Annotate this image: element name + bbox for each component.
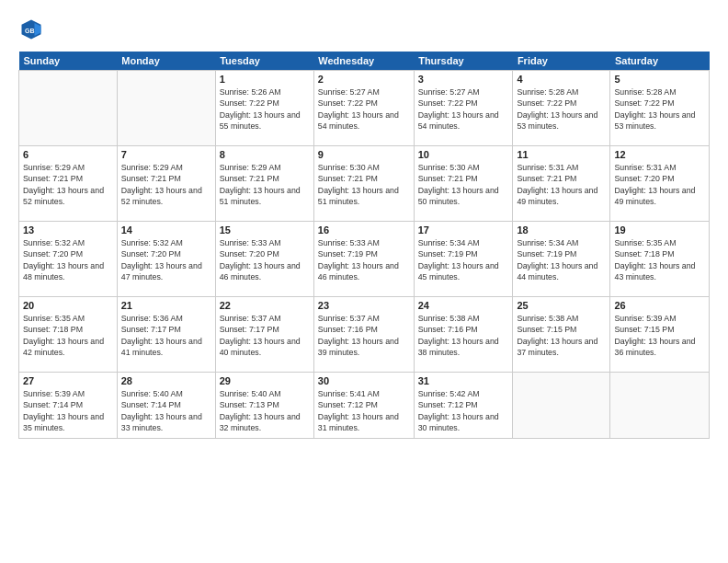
calendar-cell: 20Sunrise: 5:35 AM Sunset: 7:18 PM Dayli…: [19, 297, 118, 373]
weekday-header-tuesday: Tuesday: [215, 52, 313, 71]
day-number: 1: [220, 74, 310, 85]
calendar-cell: 16Sunrise: 5:33 AM Sunset: 7:19 PM Dayli…: [313, 222, 414, 297]
day-info: Sunrise: 5:38 AM Sunset: 7:16 PM Dayligh…: [418, 313, 509, 358]
day-number: 20: [23, 300, 113, 311]
day-info: Sunrise: 5:40 AM Sunset: 7:13 PM Dayligh…: [220, 388, 310, 433]
logo: GB: [18, 17, 48, 42]
calendar-cell: [117, 71, 215, 146]
weekday-header-monday: Monday: [117, 52, 215, 71]
calendar-cell: 29Sunrise: 5:40 AM Sunset: 7:13 PM Dayli…: [215, 373, 313, 439]
day-info: Sunrise: 5:39 AM Sunset: 7:15 PM Dayligh…: [614, 313, 705, 358]
day-number: 12: [614, 149, 705, 160]
day-number: 21: [121, 300, 211, 311]
calendar-cell: 23Sunrise: 5:37 AM Sunset: 7:16 PM Dayli…: [313, 297, 414, 373]
day-number: 2: [318, 74, 410, 85]
calendar-table: SundayMondayTuesdayWednesdayThursdayFrid…: [18, 52, 710, 439]
day-number: 9: [318, 149, 410, 160]
day-info: Sunrise: 5:32 AM Sunset: 7:20 PM Dayligh…: [23, 237, 113, 282]
day-number: 30: [318, 375, 410, 386]
day-number: 29: [220, 375, 310, 386]
day-info: Sunrise: 5:30 AM Sunset: 7:21 PM Dayligh…: [418, 162, 509, 207]
calendar-cell: [19, 71, 118, 146]
weekday-header-row: SundayMondayTuesdayWednesdayThursdayFrid…: [19, 52, 710, 71]
weekday-header-sunday: Sunday: [19, 52, 118, 71]
weekday-header-thursday: Thursday: [414, 52, 513, 71]
calendar-cell: 11Sunrise: 5:31 AM Sunset: 7:21 PM Dayli…: [513, 146, 610, 222]
day-number: 31: [418, 375, 509, 386]
weekday-header-wednesday: Wednesday: [313, 52, 414, 71]
day-number: 23: [318, 300, 410, 311]
day-number: 27: [23, 375, 113, 386]
calendar-cell: 4Sunrise: 5:28 AM Sunset: 7:22 PM Daylig…: [513, 71, 610, 146]
day-info: Sunrise: 5:28 AM Sunset: 7:22 PM Dayligh…: [517, 86, 606, 132]
calendar-cell: 1Sunrise: 5:26 AM Sunset: 7:22 PM Daylig…: [215, 71, 313, 146]
calendar-cell: 22Sunrise: 5:37 AM Sunset: 7:17 PM Dayli…: [215, 297, 313, 373]
day-number: 22: [220, 300, 310, 311]
calendar-cell: 25Sunrise: 5:38 AM Sunset: 7:15 PM Dayli…: [513, 297, 610, 373]
day-number: 4: [517, 74, 606, 85]
day-info: Sunrise: 5:26 AM Sunset: 7:22 PM Dayligh…: [220, 86, 310, 132]
day-info: Sunrise: 5:37 AM Sunset: 7:17 PM Dayligh…: [220, 313, 310, 358]
calendar-cell: 14Sunrise: 5:32 AM Sunset: 7:20 PM Dayli…: [117, 222, 215, 297]
day-number: 13: [23, 224, 113, 236]
day-number: 25: [517, 300, 606, 311]
page: GB SundayMondayTuesdayWednesdayThursdayF…: [0, 0, 728, 563]
header: GB: [18, 17, 710, 42]
calendar-week-row: 13Sunrise: 5:32 AM Sunset: 7:20 PM Dayli…: [19, 222, 710, 297]
day-info: Sunrise: 5:37 AM Sunset: 7:16 PM Dayligh…: [318, 313, 410, 358]
day-number: 14: [121, 224, 211, 236]
calendar-cell: 15Sunrise: 5:33 AM Sunset: 7:20 PM Dayli…: [215, 222, 313, 297]
day-info: Sunrise: 5:35 AM Sunset: 7:18 PM Dayligh…: [23, 313, 113, 358]
day-info: Sunrise: 5:34 AM Sunset: 7:19 PM Dayligh…: [517, 237, 606, 282]
day-info: Sunrise: 5:30 AM Sunset: 7:21 PM Dayligh…: [318, 162, 410, 207]
day-number: 17: [418, 224, 509, 236]
calendar-week-row: 20Sunrise: 5:35 AM Sunset: 7:18 PM Dayli…: [19, 297, 710, 373]
day-info: Sunrise: 5:31 AM Sunset: 7:20 PM Dayligh…: [614, 162, 705, 207]
calendar-cell: 12Sunrise: 5:31 AM Sunset: 7:20 PM Dayli…: [610, 146, 710, 222]
calendar-cell: 18Sunrise: 5:34 AM Sunset: 7:19 PM Dayli…: [513, 222, 610, 297]
day-info: Sunrise: 5:36 AM Sunset: 7:17 PM Dayligh…: [121, 313, 211, 358]
logo-icon: GB: [18, 17, 44, 42]
day-info: Sunrise: 5:32 AM Sunset: 7:20 PM Dayligh…: [121, 237, 211, 282]
day-info: Sunrise: 5:34 AM Sunset: 7:19 PM Dayligh…: [418, 237, 509, 282]
day-info: Sunrise: 5:29 AM Sunset: 7:21 PM Dayligh…: [23, 162, 113, 207]
day-number: 3: [418, 74, 509, 85]
weekday-header-friday: Friday: [513, 52, 610, 71]
day-number: 26: [614, 300, 705, 311]
day-number: 11: [517, 149, 606, 160]
day-number: 15: [220, 224, 310, 236]
calendar-cell: 5Sunrise: 5:28 AM Sunset: 7:22 PM Daylig…: [610, 71, 710, 146]
calendar-cell: 26Sunrise: 5:39 AM Sunset: 7:15 PM Dayli…: [610, 297, 710, 373]
calendar-cell: [513, 373, 610, 439]
day-info: Sunrise: 5:28 AM Sunset: 7:22 PM Dayligh…: [614, 86, 705, 132]
day-info: Sunrise: 5:41 AM Sunset: 7:12 PM Dayligh…: [318, 388, 410, 433]
day-info: Sunrise: 5:33 AM Sunset: 7:20 PM Dayligh…: [220, 237, 310, 282]
calendar-cell: 3Sunrise: 5:27 AM Sunset: 7:22 PM Daylig…: [414, 71, 513, 146]
day-number: 28: [121, 375, 211, 386]
day-number: 18: [517, 224, 606, 236]
day-info: Sunrise: 5:35 AM Sunset: 7:18 PM Dayligh…: [614, 237, 705, 282]
calendar-cell: 6Sunrise: 5:29 AM Sunset: 7:21 PM Daylig…: [19, 146, 118, 222]
calendar-cell: 2Sunrise: 5:27 AM Sunset: 7:22 PM Daylig…: [313, 71, 414, 146]
calendar-week-row: 1Sunrise: 5:26 AM Sunset: 7:22 PM Daylig…: [19, 71, 710, 146]
day-info: Sunrise: 5:42 AM Sunset: 7:12 PM Dayligh…: [418, 388, 509, 433]
svg-text:GB: GB: [25, 28, 35, 34]
calendar-cell: 17Sunrise: 5:34 AM Sunset: 7:19 PM Dayli…: [414, 222, 513, 297]
calendar-cell: 24Sunrise: 5:38 AM Sunset: 7:16 PM Dayli…: [414, 297, 513, 373]
calendar-cell: 31Sunrise: 5:42 AM Sunset: 7:12 PM Dayli…: [414, 373, 513, 439]
calendar-cell: [610, 373, 710, 439]
calendar-cell: 21Sunrise: 5:36 AM Sunset: 7:17 PM Dayli…: [117, 297, 215, 373]
calendar-cell: 30Sunrise: 5:41 AM Sunset: 7:12 PM Dayli…: [313, 373, 414, 439]
calendar-cell: 10Sunrise: 5:30 AM Sunset: 7:21 PM Dayli…: [414, 146, 513, 222]
day-info: Sunrise: 5:40 AM Sunset: 7:14 PM Dayligh…: [121, 388, 211, 433]
calendar-cell: 9Sunrise: 5:30 AM Sunset: 7:21 PM Daylig…: [313, 146, 414, 222]
day-info: Sunrise: 5:27 AM Sunset: 7:22 PM Dayligh…: [318, 86, 410, 132]
calendar-cell: 19Sunrise: 5:35 AM Sunset: 7:18 PM Dayli…: [610, 222, 710, 297]
calendar-cell: 7Sunrise: 5:29 AM Sunset: 7:21 PM Daylig…: [117, 146, 215, 222]
day-info: Sunrise: 5:39 AM Sunset: 7:14 PM Dayligh…: [23, 388, 113, 433]
day-number: 5: [614, 74, 705, 85]
calendar-cell: 13Sunrise: 5:32 AM Sunset: 7:20 PM Dayli…: [19, 222, 118, 297]
day-info: Sunrise: 5:31 AM Sunset: 7:21 PM Dayligh…: [517, 162, 606, 207]
day-info: Sunrise: 5:29 AM Sunset: 7:21 PM Dayligh…: [220, 162, 310, 207]
day-info: Sunrise: 5:29 AM Sunset: 7:21 PM Dayligh…: [121, 162, 211, 207]
